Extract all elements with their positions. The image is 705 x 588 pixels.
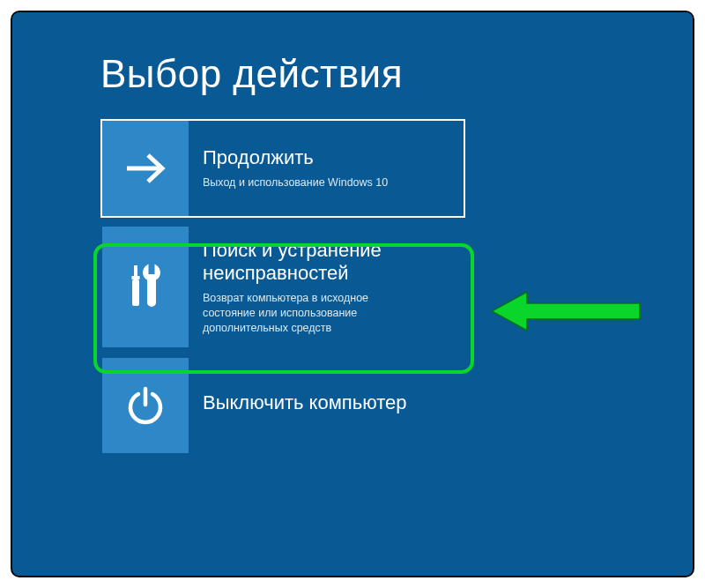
svg-rect-1 <box>134 265 137 276</box>
tile-shutdown-heading: Выключить компьютер <box>203 391 451 414</box>
tile-continue-heading: Продолжить <box>203 146 451 169</box>
svg-rect-5 <box>149 262 155 274</box>
tile-troubleshoot-text: Поиск и устранение неисправностей Возвра… <box>189 227 464 347</box>
tile-continue-sub: Выход и использование Windows 10 <box>203 175 405 190</box>
tile-list: Продолжить Выход и использование Windows… <box>100 119 693 455</box>
page-title: Выбор действия <box>100 52 693 96</box>
tile-troubleshoot-sub: Возврат компьютера в исходное состояние … <box>203 291 405 336</box>
tile-continue-text: Продолжить Выход и использование Windows… <box>189 121 464 216</box>
power-icon <box>102 358 189 453</box>
continue-icon <box>102 121 189 216</box>
svg-rect-3 <box>132 279 139 306</box>
troubleshoot-icon <box>102 227 189 347</box>
tile-shutdown[interactable]: Выключить компьютер <box>100 356 465 455</box>
tile-shutdown-text: Выключить компьютер <box>189 358 464 453</box>
tile-troubleshoot-heading: Поиск и устранение неисправностей <box>203 239 451 286</box>
tile-troubleshoot[interactable]: Поиск и устранение неисправностей Возвра… <box>100 225 465 349</box>
winre-screen: Выбор действия Продолжить Выход и исполь… <box>12 12 693 576</box>
svg-rect-2 <box>132 276 140 279</box>
tile-continue[interactable]: Продолжить Выход и использование Windows… <box>100 119 465 218</box>
screenshot-frame: Выбор действия Продолжить Выход и исполь… <box>11 11 694 577</box>
